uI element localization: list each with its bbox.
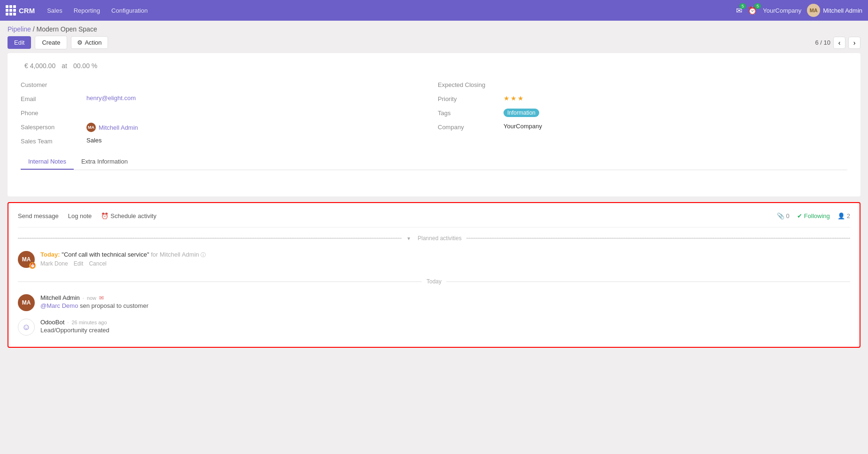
record-pager: 6 / 10 ‹ › [815,37,860,49]
company-name: YourCompany [763,7,801,14]
message-mitchell: MA Mitchell Admin · now ✉ @Marc Demo sen… [18,290,850,315]
tab-content [17,170,851,189]
value-email: henry@elight.com [86,94,136,102]
pager-count: 6 / 10 [815,39,830,46]
tab-extra-information[interactable]: Extra Information [74,154,135,170]
msg-header-mitchell: Mitchell Admin · now ✉ [40,294,850,301]
field-expected-closing: Expected Closing [434,78,851,92]
email-link[interactable]: henry@elight.com [86,94,136,102]
user-menu[interactable]: MA Mitchell Admin [807,4,862,17]
today-divider: Today [18,278,850,285]
tab-internal-notes[interactable]: Internal Notes [21,154,74,170]
activity-avatar: MA ⏰ [18,251,35,268]
msg-body-mitchell: @Marc Demo sen proposal to customer [40,302,850,309]
clock-icon: ⏰ [101,212,108,219]
activity-content: Today: "Conf call with technical service… [40,251,850,268]
activity-icon[interactable]: ⏰ 5 [748,6,757,15]
label-phone: Phone [21,109,86,117]
fields-left: Customer Email henry@elight.com Phone Sa… [17,78,434,149]
chevron-down-icon: ▼ [406,236,411,241]
following-button[interactable]: ✔ Following [797,212,830,219]
breadcrumb-parent[interactable]: Pipeline [8,25,31,33]
label-tags: Tags [438,109,504,117]
value-priority[interactable]: ★★★ [504,94,525,102]
value-tags: Information [504,109,539,117]
activity-clock-icon: ⏰ [29,262,36,269]
create-button[interactable]: Create [35,36,67,49]
msg-author-mitchell: Mitchell Admin [40,294,80,301]
field-priority: Priority ★★★ [434,92,851,106]
label-email: Email [21,94,86,102]
msg-timestamp-mitchell: now [87,295,96,301]
cancel-activity-link[interactable]: Cancel [89,260,106,267]
record-card: € 4,000.00 at 00.00 % Customer Email hen… [8,53,860,196]
messaging-icon[interactable]: ✉ 5 [736,6,742,15]
mark-done-link[interactable]: Mark Done [40,260,68,267]
main-menu: Sales Reporting Configuration [42,4,728,17]
salesperson-avatar: MA [86,123,96,132]
label-priority: Priority [438,94,504,102]
fields-grid: Customer Email henry@elight.com Phone Sa… [17,78,851,149]
chatter-section: Send message Log note ⏰ Schedule activit… [8,202,860,348]
chatter-right: 📎 0 ✔ Following 👤 2 [777,212,850,219]
check-icon: ✔ [797,212,802,219]
nav-right: ✉ 5 ⏰ 5 YourCompany MA Mitchell Admin [736,4,862,17]
user-avatar: MA [807,4,820,17]
edit-button[interactable]: Edit [8,36,31,49]
send-message-button[interactable]: Send message [18,211,59,221]
app-name: CRM [19,7,35,15]
gear-icon: ⚙ [77,39,83,46]
record-toolbar: Edit Create ⚙ Action 6 / 10 ‹ › [0,36,868,53]
grid-icon [6,5,16,16]
top-navigation: CRM Sales Reporting Configuration ✉ 5 ⏰ … [0,0,868,21]
msg-author-odobot: OdooBot [40,319,64,326]
field-company: Company YourCompany [434,120,851,134]
msg-sep-odobot: · [67,320,69,325]
value-salesperson: MA Mitchell Admin [86,123,138,132]
menu-item-configuration[interactable]: Configuration [107,4,152,17]
activity-item: MA ⏰ Today: "Conf call with technical se… [18,246,850,273]
label-company: Company [438,123,504,131]
amount-value: € 4,000.00 [24,62,55,70]
planned-activities-label: Planned activities [418,235,461,242]
schedule-activity-button[interactable]: ⏰ Schedule activity [101,211,156,221]
amount-percent: 00.00 % [73,62,97,70]
activity-conf-title: "Conf call with technical service" [62,251,149,258]
activity-title: Today: "Conf call with technical service… [40,251,850,258]
field-tags: Tags Information [434,106,851,120]
field-phone: Phone [17,106,434,120]
tabs-bar: Internal Notes Extra Information [21,154,847,170]
paperclip-icon: 📎 [777,212,784,219]
pager-prev[interactable]: ‹ [833,37,845,49]
label-customer: Customer [21,80,86,88]
people-icon: 👤 [837,212,845,219]
content-area: € 4,000.00 at 00.00 % Customer Email hen… [8,53,860,348]
menu-item-sales[interactable]: Sales [42,4,67,17]
label-salesperson: Salesperson [21,123,86,131]
activity-actions: Mark Done Edit Cancel [40,260,850,267]
tag-information[interactable]: Information [504,109,539,117]
value-company: YourCompany [504,123,542,130]
msg-timestamp-odobot: 26 minutes ago [71,320,107,325]
today-label: Today [426,278,442,285]
msg-avatar-odobot: ☺ [18,319,35,336]
msg-content-mitchell: Mitchell Admin · now ✉ @Marc Demo sen pr… [40,294,850,311]
msg-avatar-mitchell: MA [18,294,35,311]
attachments-stat: 📎 0 [777,212,790,219]
planned-activities-divider: ▼ Planned activities [18,235,850,242]
log-note-button[interactable]: Log note [68,211,92,221]
amount-line: € 4,000.00 at 00.00 % [17,61,851,70]
followers-button[interactable]: 👤 2 [837,212,850,219]
action-button[interactable]: ⚙ Action [71,36,108,49]
menu-item-reporting[interactable]: Reporting [69,4,105,17]
app-logo[interactable]: CRM [6,5,35,16]
info-icon: ⓘ [201,252,206,258]
breadcrumb-separator: / [33,25,35,33]
field-sales-team: Sales Team Sales [17,134,434,149]
pager-next[interactable]: › [848,37,860,49]
attachments-count: 0 [786,212,790,219]
salesperson-link[interactable]: Mitchell Admin [99,124,138,131]
email-icon: ✉ [99,295,104,301]
edit-activity-link[interactable]: Edit [74,260,84,267]
label-expected-closing: Expected Closing [438,80,504,88]
